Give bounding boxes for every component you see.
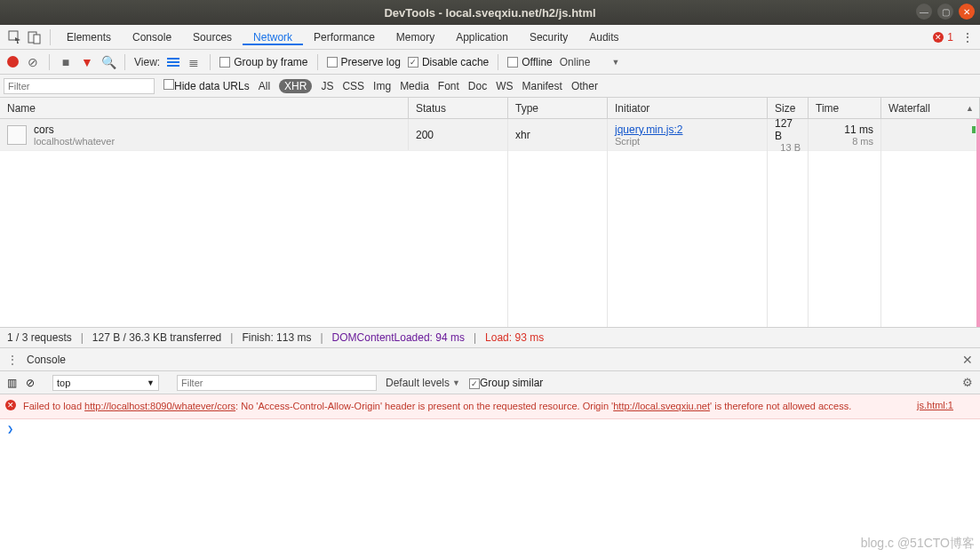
filter-type-media[interactable]: Media <box>400 80 429 92</box>
more-menu-icon[interactable]: ⋮ <box>960 30 975 44</box>
device-toolbar-icon[interactable] <box>25 28 44 47</box>
request-size: 127 B <box>775 117 801 142</box>
filter-type-ws[interactable]: WS <box>496 80 513 92</box>
group-by-frame-checkbox[interactable]: Group by frame <box>219 56 307 68</box>
preserve-log-checkbox[interactable]: Preserve log <box>327 56 401 68</box>
tab-memory[interactable]: Memory <box>386 31 445 44</box>
drawer-menu-icon[interactable]: ⋮ <box>7 354 18 366</box>
filter-type-manifest[interactable]: Manifest <box>522 80 562 92</box>
request-type: xhr <box>515 129 600 141</box>
summary-transferred: 127 B / 36.3 KB transferred <box>92 331 221 344</box>
console-drawer-tabbar: ⋮ Console ✕ <box>0 348 980 371</box>
drawer-close-icon[interactable]: ✕ <box>962 353 973 367</box>
error-badge-icon: ✕ <box>5 400 16 410</box>
inspect-element-icon[interactable] <box>5 28 25 47</box>
throttling-select[interactable]: Online▼ <box>560 56 620 68</box>
filter-type-xhr[interactable]: XHR <box>279 79 312 93</box>
console-prompt[interactable]: ❯ <box>0 419 980 439</box>
tab-network[interactable]: Network <box>243 31 303 45</box>
window-maximize-button[interactable]: ▢ <box>937 4 953 20</box>
summary-finish: Finish: 113 ms <box>242 331 311 344</box>
view-label: View: <box>134 56 160 68</box>
column-size[interactable]: Size <box>768 98 809 118</box>
request-initiator[interactable]: jquery.min.js:2 <box>615 123 760 136</box>
error-icon: ✕ <box>933 32 944 43</box>
column-type[interactable]: Type <box>508 98 608 118</box>
filter-type-css[interactable]: CSS <box>342 80 364 92</box>
summary-requests: 1 / 3 requests <box>7 331 72 344</box>
hide-data-urls-checkbox[interactable]: Hide data URLs <box>163 79 250 92</box>
error-counter[interactable]: ✕ 1 <box>933 31 953 44</box>
window-close-button[interactable]: ✕ <box>959 4 975 20</box>
table-body: corslocalhost/whatever 200 xhr jquery.mi… <box>0 119 980 327</box>
console-filter-input[interactable] <box>177 375 377 391</box>
console-tab[interactable]: Console <box>27 354 66 366</box>
filter-type-font[interactable]: Font <box>438 80 459 92</box>
filter-input[interactable] <box>4 78 155 94</box>
console-error-text: Failed to load http://localhost:8090/wha… <box>23 400 851 413</box>
tab-application[interactable]: Application <box>445 31 519 44</box>
request-time: 11 ms <box>844 123 873 136</box>
column-waterfall[interactable]: Waterfall▲ <box>881 98 980 118</box>
console-settings-icon[interactable]: ⚙ <box>962 376 973 389</box>
file-icon <box>7 125 27 145</box>
network-toolbar: ⊘ ■ ▼ 🔍 View: ≣ Group by frame Preserve … <box>0 50 980 75</box>
watermark: blog.c @51CTO博客 <box>861 536 975 552</box>
request-time-sub: 8 ms <box>852 136 873 147</box>
request-status: 200 <box>416 129 500 141</box>
network-table: Name Status Type Initiator Size Time Wat… <box>0 98 980 327</box>
column-initiator[interactable]: Initiator <box>608 98 768 118</box>
svg-rect-2 <box>34 35 40 44</box>
summary-domcontentloaded: DOMContentLoaded: 94 ms <box>332 331 465 344</box>
filter-type-doc[interactable]: Doc <box>468 80 487 92</box>
tab-console[interactable]: Console <box>122 31 182 44</box>
console-levels-select[interactable]: Default levels▼ <box>386 377 460 389</box>
devtools-tabbar: ElementsConsoleSourcesNetworkPerformance… <box>0 25 980 50</box>
console-toolbar: ▥ ⊘ top▼ Default levels▼ Group similar ⚙ <box>0 371 980 394</box>
filter-type-img[interactable]: Img <box>373 80 391 92</box>
error-count: 1 <box>947 31 953 44</box>
filter-toggle-icon[interactable]: ▼ <box>80 55 94 69</box>
filter-type-other[interactable]: Other <box>571 80 598 92</box>
request-name: cors <box>34 123 115 136</box>
error-origin[interactable]: http://local.sveqxiu.net <box>613 401 710 411</box>
camera-icon[interactable]: ■ <box>59 55 73 69</box>
column-status[interactable]: Status <box>409 98 508 118</box>
filter-type-js[interactable]: JS <box>321 80 333 92</box>
clear-icon[interactable]: ⊘ <box>26 55 40 69</box>
summary-load: Load: 93 ms <box>485 331 544 344</box>
console-error-source[interactable]: js.html:1 <box>917 400 953 413</box>
window-titlebar: DevTools - local.sveqxiu.net/h2/js.html … <box>0 0 980 25</box>
request-size-sub: 13 B <box>780 142 801 153</box>
offline-checkbox[interactable]: Offline <box>507 56 552 68</box>
console-error-message[interactable]: ✕ Failed to load http://localhost:8090/w… <box>0 394 980 419</box>
table-row[interactable]: corslocalhost/whatever 200 xhr jquery.mi… <box>0 119 980 151</box>
tab-sources[interactable]: Sources <box>182 31 243 44</box>
table-header: Name Status Type Initiator Size Time Wat… <box>0 98 980 119</box>
request-host: localhost/whatever <box>34 136 115 147</box>
filter-type-all[interactable]: All <box>259 80 270 92</box>
request-initiator-type: Script <box>615 136 760 147</box>
column-name[interactable]: Name <box>0 98 409 118</box>
tab-security[interactable]: Security <box>519 31 578 44</box>
large-rows-icon[interactable] <box>167 58 179 67</box>
console-context-select[interactable]: top▼ <box>52 375 159 391</box>
filter-bar: Hide data URLs AllXHRJSCSSImgMediaFontDo… <box>0 75 980 98</box>
tab-performance[interactable]: Performance <box>303 31 386 44</box>
overview-toggle-icon[interactable]: ≣ <box>187 55 201 69</box>
column-time[interactable]: Time <box>809 98 881 118</box>
console-sidebar-icon[interactable]: ▥ <box>7 377 17 389</box>
window-title: DevTools - local.sveqxiu.net/h2/js.html <box>0 6 980 20</box>
tab-audits[interactable]: Audits <box>578 31 629 44</box>
waterfall-bar <box>972 126 976 133</box>
tab-elements[interactable]: Elements <box>56 31 122 44</box>
group-similar-checkbox[interactable]: Group similar <box>469 377 543 389</box>
network-summary: 1 / 3 requests| 127 B / 36.3 KB transfer… <box>0 327 980 348</box>
search-icon[interactable]: 🔍 <box>101 55 116 69</box>
window-minimize-button[interactable]: — <box>916 4 932 20</box>
record-button[interactable] <box>7 56 19 68</box>
error-url[interactable]: http://localhost:8090/whatever/cors <box>84 401 235 411</box>
console-clear-icon[interactable]: ⊘ <box>26 377 35 389</box>
waterfall-marker <box>976 119 980 327</box>
disable-cache-checkbox[interactable]: Disable cache <box>408 56 489 68</box>
